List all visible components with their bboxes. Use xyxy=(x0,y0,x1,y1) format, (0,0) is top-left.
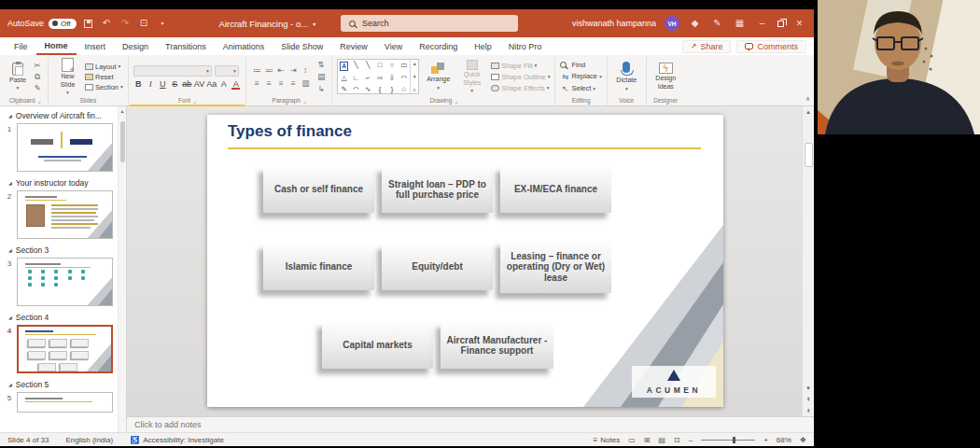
collapse-ribbon-icon[interactable]: ∧ xyxy=(805,95,810,103)
format-painter-icon[interactable]: ✎ xyxy=(32,83,43,92)
zoom-out-button[interactable]: – xyxy=(689,436,693,444)
finance-box[interactable]: Cash or self finance xyxy=(263,166,374,213)
shapes-scroll-down-icon[interactable]: ▼ xyxy=(413,74,417,79)
tab-animations[interactable]: Animations xyxy=(215,37,273,55)
zoom-in-button[interactable]: + xyxy=(763,436,768,444)
tab-help[interactable]: Help xyxy=(466,37,500,55)
finance-box[interactable]: Capital markets xyxy=(322,322,433,369)
notes-pane[interactable]: Click to add notes xyxy=(127,416,814,432)
tab-view[interactable]: View xyxy=(376,37,411,55)
underline-button[interactable]: U xyxy=(158,79,168,89)
change-case-button[interactable]: Aa xyxy=(206,79,217,89)
start-presentation-icon[interactable]: ⊡ xyxy=(137,17,151,30)
share-button[interactable]: ↗Share xyxy=(682,40,732,53)
slide-thumbnail-1[interactable] xyxy=(17,123,113,172)
curve-icon[interactable]: ◠ xyxy=(350,84,362,95)
shadow-button[interactable]: ab xyxy=(182,79,192,89)
rectangle-icon[interactable]: □ xyxy=(374,60,386,73)
search-input[interactable]: Search xyxy=(341,15,518,32)
oval-icon[interactable]: ○ xyxy=(385,60,398,73)
font-dialog-launcher-icon[interactable]: ⌟ xyxy=(193,97,196,104)
previous-slide-icon[interactable]: ⇞ xyxy=(805,396,810,402)
character-spacing-button[interactable]: AV xyxy=(194,79,204,89)
scroll-down-icon[interactable]: ▼ xyxy=(805,385,811,391)
arrange-button[interactable]: Arrange ▾ xyxy=(424,63,453,90)
section-header-3[interactable]: ◢Section 3 xyxy=(0,241,126,257)
section-header-2[interactable]: ◢Your instructor today xyxy=(0,174,126,189)
finance-box[interactable]: Straight loan – PDP to full purchase pri… xyxy=(382,166,493,213)
text-direction-icon[interactable]: ⇅ xyxy=(315,60,327,69)
comments-button[interactable]: Comments xyxy=(736,40,806,53)
columns-icon[interactable]: ▥ xyxy=(300,78,311,88)
arrow-right-icon[interactable]: ⇨ xyxy=(374,73,386,84)
tab-file[interactable]: File xyxy=(6,37,36,55)
paste-button[interactable]: Paste ▾ xyxy=(7,63,29,91)
shapes-more-icon[interactable]: ≡ xyxy=(413,87,416,92)
slide-sorter-view-button[interactable]: ⊞ xyxy=(644,436,651,444)
shape-fill-button[interactable]: Shape Fill▾ xyxy=(491,62,550,70)
arc-icon[interactable]: ◠ xyxy=(398,73,410,84)
clipboard-dialog-launcher-icon[interactable]: ⌟ xyxy=(38,97,41,104)
slide-thumbnail-4-current[interactable] xyxy=(17,325,113,373)
language-selector[interactable]: English (india) xyxy=(65,436,113,444)
quick-styles-button[interactable]: Quick Styles ▾ xyxy=(457,60,486,92)
shape-outline-button[interactable]: Shape Outline▾ xyxy=(491,73,550,81)
slide-title[interactable]: Types of finance xyxy=(228,122,352,141)
ribbon-display-icon[interactable]: ▦ xyxy=(733,17,747,30)
justify-icon[interactable]: ≡ xyxy=(287,78,299,88)
font-color-button[interactable]: A xyxy=(231,79,241,89)
tab-transitions[interactable]: Transitions xyxy=(157,37,215,55)
new-slide-button[interactable]: New Slide ▾ xyxy=(53,58,82,94)
highlight-color-button[interactable]: A xyxy=(218,79,229,89)
replace-button[interactable]: ⇆Replace▾ xyxy=(560,72,601,81)
fit-slide-button[interactable]: ❖ xyxy=(800,436,806,444)
text-box-icon[interactable]: A xyxy=(340,62,348,71)
slide-thumbnail-2[interactable] xyxy=(17,190,113,239)
thumbnail-scrollbar[interactable]: ▲ xyxy=(118,106,126,432)
dictate-button[interactable]: Dictate ▾ xyxy=(612,62,641,91)
bold-button[interactable]: B xyxy=(133,79,144,89)
quick-access-caret-icon[interactable]: ▾ xyxy=(156,17,170,30)
align-right-icon[interactable]: ≡ xyxy=(275,78,287,88)
align-left-icon[interactable]: ≡ xyxy=(251,78,262,88)
font-name-select[interactable]: ▾ xyxy=(133,65,212,77)
smartart-convert-icon[interactable]: ↳ xyxy=(315,84,327,93)
shapes-scroll-up-icon[interactable]: ▲ xyxy=(413,61,417,66)
right-brace-icon[interactable]: } xyxy=(385,84,398,95)
shape-effects-button[interactable]: Shape Effects▾ xyxy=(491,84,550,92)
freeform-icon[interactable]: ✎ xyxy=(338,84,350,95)
thumbnail-scroll-thumb[interactable] xyxy=(120,121,125,162)
finance-box[interactable]: Leasing – finance or operating (Dry or W… xyxy=(500,241,611,293)
strikethrough-button[interactable]: S xyxy=(170,79,180,89)
slide-canvas[interactable]: Types of finance Cash or self finance St… xyxy=(207,115,723,407)
accessibility-checker[interactable]: ♿ Accessibility: Investigate xyxy=(130,436,224,444)
align-center-icon[interactable]: ≡ xyxy=(263,78,274,88)
right-angle-icon[interactable]: ∟ xyxy=(350,73,362,84)
save-icon[interactable] xyxy=(84,20,92,28)
rounded-rectangle-icon[interactable]: ▭ xyxy=(398,60,410,73)
zoom-slider-thumb[interactable] xyxy=(733,437,735,443)
slide-scrollbar[interactable]: ▲ ▼ ⇞ ⇟ xyxy=(802,106,814,416)
drawing-dialog-launcher-icon[interactable]: ⌟ xyxy=(455,97,457,104)
tab-design[interactable]: Design xyxy=(114,37,157,55)
slide-thumbnail-3[interactable] xyxy=(17,258,113,306)
shapes-gallery[interactable]: A ╲ ╲ □ ○ ▭ △ ∟ ⌐ ⇨ ⇩ ◠ ✎ xyxy=(337,59,419,94)
star-icon[interactable]: ☆ xyxy=(398,84,410,95)
select-button[interactable]: ↖Select▾ xyxy=(560,84,601,93)
finance-box[interactable]: Islamic finance xyxy=(263,244,374,290)
find-button[interactable]: Find xyxy=(560,61,601,69)
normal-view-button[interactable]: ▭ xyxy=(628,436,636,444)
coach-icon[interactable]: ◆ xyxy=(688,17,702,30)
slide-show-button[interactable]: ⊡ xyxy=(674,436,680,444)
increase-indent-icon[interactable]: ⇥ xyxy=(287,65,299,75)
zoom-slider[interactable] xyxy=(701,440,755,441)
thumbnail-scroll-up-icon[interactable]: ▲ xyxy=(119,106,126,114)
cut-icon[interactable]: ✂ xyxy=(32,61,43,70)
reset-button[interactable]: Reset xyxy=(85,73,123,81)
tab-insert[interactable]: Insert xyxy=(77,37,115,55)
section-header-4[interactable]: ◢Section 4 xyxy=(0,308,126,324)
close-button[interactable]: × xyxy=(792,17,806,30)
section-header-1[interactable]: ◢Overview of Aircraft fin... xyxy=(0,106,126,122)
line-arrow-icon[interactable]: ╲ xyxy=(362,60,374,73)
arrow-down-icon[interactable]: ⇩ xyxy=(385,73,398,84)
